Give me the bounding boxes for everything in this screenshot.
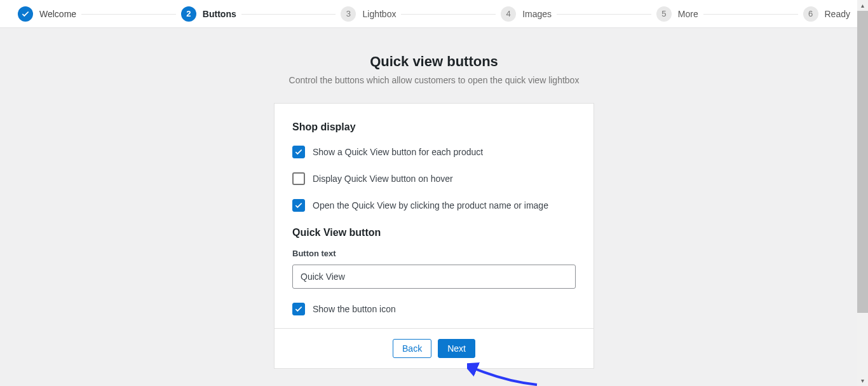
section-title-shop-display: Shop display (292, 121, 576, 133)
card-body: Shop display Show a Quick View button fo… (275, 104, 593, 328)
step-label: More (678, 9, 698, 19)
checkbox-hover-button[interactable] (292, 172, 305, 185)
option-show-button[interactable]: Show a Quick View button for each produc… (292, 146, 576, 158)
page-title: Quick view buttons (0, 53, 868, 70)
step-label: Welcome (39, 9, 76, 19)
checkbox-show-icon[interactable] (292, 303, 305, 315)
step-more[interactable]: 5 More (651, 6, 703, 22)
checkbox-label: Show a Quick View button for each produc… (313, 147, 483, 157)
card-footer: Back Next (275, 328, 593, 368)
option-hover-button[interactable]: Display Quick View button on hover (292, 172, 576, 185)
step-welcome[interactable]: Welcome (13, 6, 81, 22)
content-area: Quick view buttons Control the buttons w… (0, 28, 868, 369)
settings-card: Shop display Show a Quick View button fo… (274, 103, 594, 369)
option-show-icon[interactable]: Show the button icon (292, 303, 576, 315)
wizard-stepper: Welcome 2 Buttons 3 Lightbox 4 Images 5 … (0, 0, 868, 28)
check-icon (294, 148, 303, 156)
check-icon (294, 201, 303, 210)
scroll-thumb[interactable] (857, 11, 868, 313)
step-buttons[interactable]: 2 Buttons (176, 6, 241, 22)
next-button[interactable]: Next (438, 339, 475, 358)
checkbox-click-open[interactable] (292, 199, 305, 212)
scroll-down-icon[interactable]: ▾ (857, 375, 868, 386)
scrollbar[interactable]: ▴ ▾ (857, 0, 868, 386)
step-lightbox[interactable]: 3 Lightbox (336, 6, 401, 22)
check-icon (294, 305, 303, 314)
option-click-open[interactable]: Open the Quick View by clicking the prod… (292, 199, 576, 212)
button-text-input[interactable] (292, 265, 576, 289)
step-circle-active: 2 (181, 6, 196, 22)
step-circle-completed (18, 6, 33, 22)
check-icon (21, 10, 30, 18)
step-ready[interactable]: 6 Ready (798, 6, 855, 22)
step-label: Images (522, 9, 552, 19)
step-label: Ready (825, 9, 850, 19)
page-subtitle: Control the buttons which allow customer… (0, 75, 868, 85)
step-label: Buttons (203, 9, 236, 19)
scroll-up-icon[interactable]: ▴ (857, 0, 868, 11)
step-label: Lightbox (362, 9, 396, 19)
step-circle-pending: 6 (803, 6, 818, 22)
checkbox-label: Open the Quick View by clicking the prod… (313, 200, 548, 210)
checkbox-label: Display Quick View button on hover (313, 174, 453, 184)
checkbox-show-button[interactable] (292, 146, 305, 158)
checkbox-label: Show the button icon (313, 304, 396, 314)
step-circle-pending: 3 (341, 6, 356, 22)
step-circle-pending: 5 (656, 6, 672, 22)
step-images[interactable]: 4 Images (496, 6, 557, 22)
step-circle-pending: 4 (501, 6, 516, 22)
section-title-quick-view-button: Quick View button (292, 227, 576, 238)
field-label-button-text: Button text (292, 249, 576, 258)
back-button[interactable]: Back (393, 339, 431, 358)
